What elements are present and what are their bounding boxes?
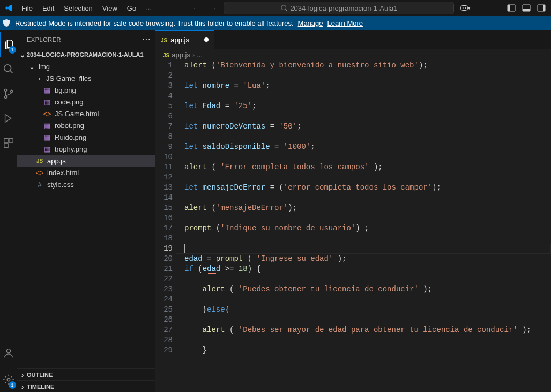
svg-point-12 [4,96,6,98]
activity-explorer[interactable]: 1 [0,32,17,57]
code-editor[interactable]: 1234567891011121314151617181920212223242… [155,61,551,392]
chevron-down-icon: ⌄ [28,63,35,71]
dirty-indicator-icon [204,37,209,42]
file-robotpng[interactable]: ▦ robot.png [17,119,155,131]
menu-selection[interactable]: Selection [59,2,96,14]
menu-more[interactable]: ··· [142,2,156,14]
extensions-icon [3,137,14,149]
search-icon [3,63,14,75]
branch-icon [3,88,14,100]
outline-section[interactable]: › OUTLINE [17,368,155,380]
image-icon: ▦ [43,86,51,94]
js-icon: JS [163,51,169,59]
layout-panel-left-icon[interactable] [505,2,518,14]
svg-point-17 [6,349,10,353]
command-center[interactable]: 2034-logica-programacion-1-Aula1 [224,2,454,14]
activity-account[interactable] [0,341,17,365]
menu-go[interactable]: Go [123,2,140,14]
editor-tabs: JS app.js [155,30,551,49]
file-indexhtml[interactable]: <> index.html [17,167,155,178]
command-center-text: 2034-logica-programacion-1-Aula1 [290,4,397,12]
svg-point-11 [4,89,6,91]
breadcrumbs[interactable]: JS app.js › ... [155,49,551,61]
svg-point-3 [465,7,466,9]
css-icon: # [35,180,44,189]
chevron-down-icon: ⌄ [18,50,27,59]
file-trophypng[interactable]: ▦ trophy.png [17,143,155,155]
tab-label: app.js [170,36,189,44]
learn-more-link[interactable]: Learn More [327,19,363,27]
svg-point-10 [4,65,11,72]
code-content[interactable]: alert ('Bienvenida y bienvenido a nuestr… [180,61,551,392]
file-ruidopng[interactable]: ▦ Ruido.png [17,131,155,143]
layout-panel-right-icon[interactable] [535,2,548,14]
file-stylecss[interactable]: # style.css [17,178,155,190]
image-icon: ▦ [43,98,51,106]
svg-rect-16 [4,144,8,147]
nav-forward-icon[interactable]: → [206,2,219,14]
svg-rect-14 [4,139,8,142]
menu-edit[interactable]: Edit [38,2,58,14]
activity-source-control[interactable] [0,81,17,106]
svg-point-13 [10,90,12,92]
editor: JS app.js JS app.js › ... 12345678910111… [155,30,551,392]
svg-rect-7 [523,9,530,11]
breadcrumb-file: app.js [172,51,190,59]
file-appjs[interactable]: JS app.js [17,155,155,167]
activity-settings[interactable]: 1 [0,367,17,392]
file-jsgamehtml[interactable]: <> JS Game.html [17,108,155,119]
activity-extensions[interactable] [0,131,17,155]
titlebar: File Edit Selection View Go ··· ← → 2034… [0,0,551,16]
activitybar: 1 1 [0,30,17,392]
sidebar: EXPLORER ⋯ ⌄ 2034-LOGICA-PROGRAMACION-1-… [17,30,155,392]
svg-rect-1 [460,6,468,11]
line-gutter: 1234567891011121314151617181920212223242… [155,61,180,392]
activity-search[interactable] [0,57,17,81]
vscode-logo-icon [4,4,13,12]
settings-badge: 1 [9,381,16,389]
image-icon: ▦ [43,133,51,141]
copilot-icon[interactable]: ▾ [458,2,471,14]
html-icon: <> [43,110,51,118]
nav-back-icon[interactable]: ← [189,2,202,14]
chevron-right-icon: › [35,74,43,82]
menu-view[interactable]: View [98,2,122,14]
svg-rect-9 [543,5,545,11]
svg-rect-5 [508,5,510,11]
menu-file[interactable]: File [17,2,37,14]
shield-icon [2,19,11,27]
chevron-right-icon: › [192,51,195,59]
file-tree: ⌄ img › JS Game_files ▦ bg.png ▦ code.pn… [17,61,155,368]
file-codepng[interactable]: ▦ code.png [17,96,155,108]
explorer-badge: 1 [9,46,16,54]
svg-point-18 [7,378,10,381]
timeline-section[interactable]: › TIMELINE [17,380,155,392]
manage-link[interactable]: Manage [298,19,323,27]
restricted-mode-message: Restricted Mode is intended for safe cod… [15,19,294,27]
svg-point-0 [281,5,286,10]
js-icon: JS [35,158,44,164]
sidebar-title: EXPLORER ⋯ [17,30,155,49]
activity-run-debug[interactable] [0,106,17,131]
search-icon [280,4,288,12]
workspace-root[interactable]: ⌄ 2034-LOGICA-PROGRAMACION-1-AULA1 [17,49,155,61]
svg-rect-15 [9,139,13,142]
cursor [184,244,185,253]
account-icon [3,347,14,359]
file-bgpng[interactable]: ▦ bg.png [17,84,155,96]
js-icon: JS [161,36,167,44]
svg-point-2 [463,7,464,9]
image-icon: ▦ [43,145,51,153]
folder-jsgamefiles[interactable]: › JS Game_files [17,72,155,84]
chevron-right-icon: › [18,382,27,391]
chevron-right-icon: › [18,371,27,379]
image-icon: ▦ [43,122,51,130]
tab-appjs[interactable]: JS app.js [155,30,214,49]
html-icon: <> [35,169,44,177]
play-bug-icon [3,112,14,124]
breadcrumb-more: ... [197,51,203,59]
sidebar-more-icon[interactable]: ⋯ [142,34,151,44]
layout-panel-bottom-icon[interactable] [520,2,533,14]
folder-img[interactable]: ⌄ img [17,61,155,72]
restricted-mode-banner: Restricted Mode is intended for safe cod… [0,16,551,30]
